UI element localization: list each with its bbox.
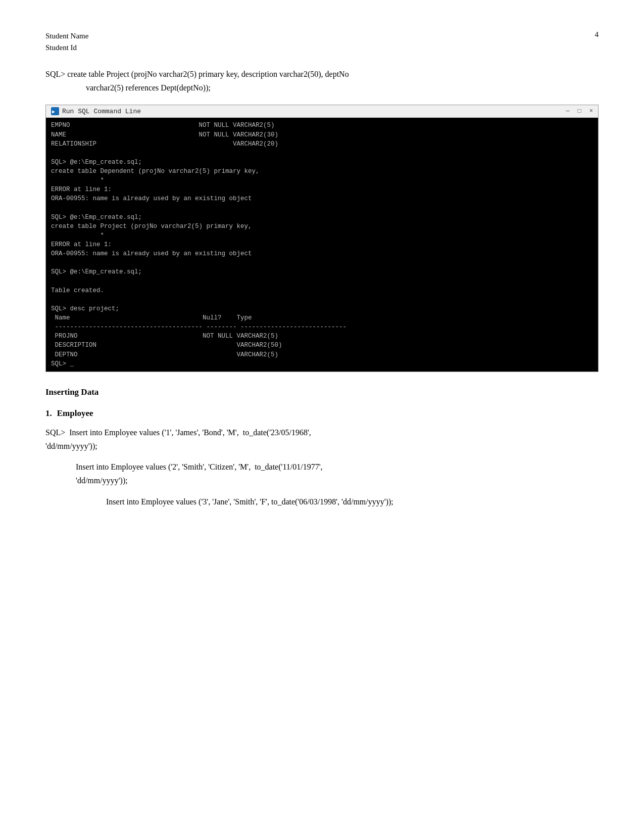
minimize-button[interactable]: — bbox=[566, 108, 569, 115]
page-number: 4 bbox=[595, 30, 599, 39]
student-info: Student Name Student Id bbox=[45, 30, 88, 53]
subsection-title: Employee bbox=[57, 408, 93, 418]
close-button[interactable]: × bbox=[589, 108, 593, 115]
titlebar-controls[interactable]: — □ × bbox=[566, 108, 593, 115]
maximize-button[interactable]: □ bbox=[578, 108, 581, 115]
subsection-header: 1. Employee bbox=[45, 408, 599, 419]
inserting-data-heading: Inserting Data bbox=[45, 387, 599, 397]
student-name-label: Student Name bbox=[45, 30, 88, 42]
terminal-body: EMPNO NOT NULL VARCHAR2(5) NAME NOT NULL… bbox=[46, 118, 598, 371]
intro-sql-line2: varchar2(5) references Dept(deptNo)); bbox=[86, 81, 599, 95]
sql-insert-line3: Insert into Employee values ('3', 'Jane'… bbox=[106, 495, 599, 508]
terminal-window: ▶ Run SQL Command Line — □ × EMPNO NOT N… bbox=[45, 105, 599, 372]
sql-insert-line1: SQL> Insert into Employee values ('1', '… bbox=[45, 426, 599, 453]
subsection-number: 1. bbox=[45, 408, 52, 418]
svg-text:▶: ▶ bbox=[52, 109, 55, 114]
titlebar-left: ▶ Run SQL Command Line bbox=[51, 107, 141, 115]
sql-insert-line2: Insert into Employee values ('2', 'Smith… bbox=[76, 460, 599, 487]
student-id-label: Student Id bbox=[45, 42, 88, 54]
terminal-titlebar: ▶ Run SQL Command Line — □ × bbox=[46, 105, 598, 118]
terminal-icon: ▶ bbox=[51, 107, 59, 115]
page-header: Student Name Student Id 4 bbox=[45, 30, 599, 53]
intro-sql-line1: SQL> create table Project (projNo varcha… bbox=[45, 67, 599, 81]
inserting-data-section: Inserting Data 1. Employee SQL> Insert i… bbox=[45, 387, 599, 508]
terminal-title: Run SQL Command Line bbox=[62, 108, 141, 115]
intro-sql-block: SQL> create table Project (projNo varcha… bbox=[45, 67, 599, 95]
